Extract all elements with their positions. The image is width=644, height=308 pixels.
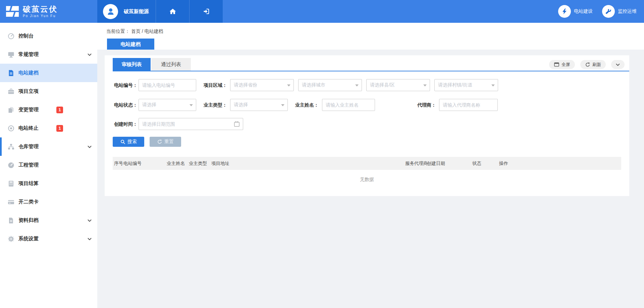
nav-monitor-ops[interactable]: 监控运维 [602,5,637,18]
avatar [103,4,118,19]
nav-station-build[interactable]: 电站建设 [558,5,593,18]
sidebar-item-label: 系统设置 [18,236,39,242]
wrench-icon [602,5,615,18]
town-select[interactable]: 请选择村镇/街道 [434,79,498,91]
col-owner-type: 业主类型 [189,157,207,170]
reset-icon [157,139,162,144]
station-status-select[interactable]: 请选择 [139,99,196,111]
fullscreen-icon [554,62,559,67]
logo-icon [5,4,19,18]
breadcrumb-prefix: 当前位置： [106,28,130,34]
breadcrumb-bar: 当前位置： 首页 / 电站建档 电站建档 [97,23,644,50]
sidebar-item-label: 仓库管理 [18,143,39,150]
logout-button[interactable] [189,0,223,23]
station-no-label: 电站编号： [111,79,138,91]
collapse-button[interactable] [611,60,625,69]
sidebar-item-document-archive[interactable]: 资料归档 [0,211,97,230]
station-status-placeholder: 请选择 [142,102,156,108]
sidebar-item-station-terminate[interactable]: 电站终止 1 [0,119,97,137]
owner-type-select[interactable]: 请选择 [230,99,288,111]
district-select[interactable]: 请选择县/区 [366,79,430,91]
station-no-input[interactable] [139,79,196,91]
caret-down-icon [287,84,290,86]
search-label: 搜索 [127,139,137,145]
panel-toolbar: 全屏 刷新 [549,60,625,69]
tab-passed-list[interactable]: 通过列表 [151,58,191,71]
sidebar-item-warehouse-mgmt[interactable]: 仓库管理 [0,137,97,156]
notification-badge: 1 [56,125,63,132]
district-select-placeholder: 请选择县/区 [370,82,395,88]
caret-down-icon [355,84,359,86]
username-label: 破茧新能源 [124,8,149,15]
main-content: 当前位置： 首页 / 电站建档 电站建档 审核列表 通过列表 全屏 [97,23,644,308]
owner-type-placeholder: 请选择 [234,102,248,108]
table-header: 序号 电站编号 业主姓名 业主类型 项目地址 服务代理商 创建日期 状态 操作 [113,157,621,170]
sidebar-item-label: 变更管理 [18,107,39,113]
col-station-no: 电站编号 [123,157,142,170]
city-select-placeholder: 请选择城市 [302,82,325,88]
sidebar-item-project-settlement[interactable]: 项目结算 [0,174,97,193]
tab-review-list[interactable]: 审核列表 [113,58,151,71]
page-tab-station-archive[interactable]: 电站建档 [107,39,154,50]
town-select-placeholder: 请选择村镇/街道 [438,82,472,88]
header-right: 电站建设 监控运维 [223,0,644,23]
logo-text: 破茧云伏 Po Jian Yun Fu [23,5,58,18]
reset-label: 重置 [164,139,174,145]
sidebar-item-label: 项目立项 [18,88,39,95]
province-select[interactable]: 请选择省份 [230,79,294,91]
sidebar-item-station-archive[interactable]: 电站建档 [0,64,97,82]
logo-title: 破茧云伏 [23,5,58,13]
owner-name-label: 业主姓名： [292,99,319,111]
sitemap-icon [7,143,15,150]
card-icon [7,198,15,206]
region-label: 项目区域： [200,79,227,91]
sidebar-item-system-settings[interactable]: 系统设置 [0,230,97,248]
chevron-down-icon [87,218,92,223]
fullscreen-button[interactable]: 全屏 [549,60,575,69]
sidebar-item-label: 常规管理 [18,51,39,58]
col-created: 创建日期 [427,157,445,170]
search-button[interactable]: 搜索 [113,137,144,147]
city-select[interactable]: 请选择城市 [298,79,362,91]
owner-name-input[interactable] [322,99,375,111]
col-agent: 服务代理商 [405,157,428,170]
agent-input[interactable] [439,99,498,111]
sidebar-item-label: 资料归档 [18,217,39,224]
sidebar-item-console[interactable]: 控制台 [0,27,97,45]
sidebar-item-label: 电站建档 [18,70,39,76]
sidebar-item-project-initiation[interactable]: 项目立项 [0,82,97,101]
logo-subtitle: Po Jian Yun Fu [23,14,58,18]
col-status: 状态 [472,157,481,170]
home-icon [169,8,176,15]
content-panel: 审核列表 通过列表 全屏 刷新 [105,55,629,196]
date-range-input[interactable] [139,118,243,130]
breadcrumb-path[interactable]: 首页 / 电站建档 [131,28,163,34]
target-icon [7,125,15,132]
notification-badge: 1 [56,107,63,113]
breadcrumb: 当前位置： 首页 / 电站建档 [106,28,163,35]
sidebar-item-change-mgmt[interactable]: 变更管理 1 [0,101,97,119]
reset-button[interactable]: 重置 [150,137,181,147]
owner-type-label: 业主类型： [200,99,227,111]
user-menu[interactable]: 破茧新能源 [97,0,156,23]
gauge-icon [7,162,15,169]
app-root: 破茧云伏 Po Jian Yun Fu 破茧新能源 [0,0,644,308]
sidebar-item-label: 控制台 [18,33,34,39]
home-button[interactable] [156,0,189,23]
sidebar-item-label: 项目结算 [18,180,39,187]
nav-monitor-ops-label: 监控运维 [618,8,637,14]
sidebar-item-general-mgmt[interactable]: 常规管理 [0,45,97,64]
sidebar-item-engineering-mgmt[interactable]: 工程管理 [0,156,97,174]
empty-state: 无数据 [105,177,629,183]
archive-icon [7,217,15,224]
sidebar-item-open-class2-card[interactable]: 开二类卡 [0,193,97,211]
chevron-down-icon [87,52,92,57]
logout-icon [203,8,210,15]
top-header: 破茧云伏 Po Jian Yun Fu 破茧新能源 [0,0,644,23]
sidebar-item-label: 开二类卡 [18,199,39,205]
lightning-icon [558,5,571,18]
dashboard-icon [7,33,15,40]
file-icon [7,69,15,77]
nav-station-build-label: 电站建设 [574,8,593,14]
refresh-button[interactable]: 刷新 [580,60,606,69]
